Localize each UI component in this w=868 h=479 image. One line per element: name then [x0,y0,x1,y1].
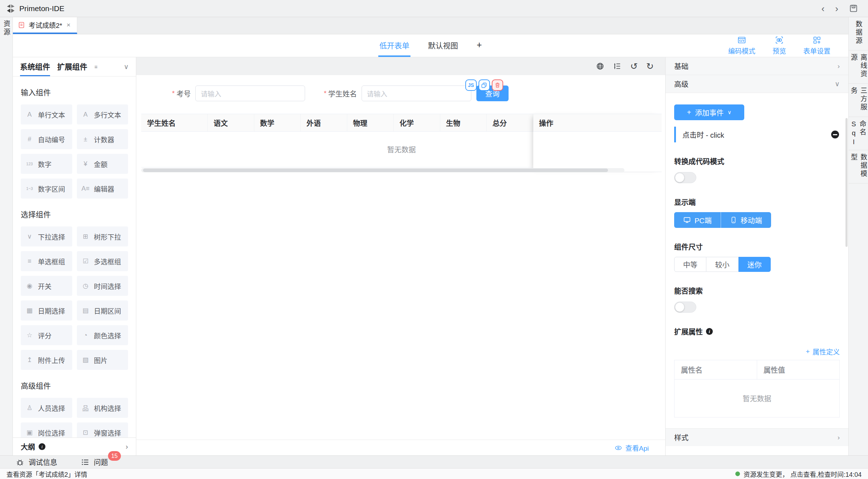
size-medium-button[interactable]: 中等 [674,257,706,272]
history-forward-icon[interactable]: › [835,4,838,13]
pc-side-button[interactable]: PC端 [674,212,721,228]
code-mode-toggle-label: 转换成代码模式 [674,156,840,166]
view-api-link[interactable]: 查看Api [626,443,649,453]
component-list-icon[interactable]: ≡ [94,64,98,70]
copy-button[interactable] [479,79,490,91]
tab-low-code-form[interactable]: 低开表单 [378,34,411,57]
component-number[interactable]: 123数字 [21,154,72,174]
component-date-range[interactable]: ▤日期区间 [77,300,128,321]
delete-button[interactable] [492,79,503,91]
sidebar-item-third-party-services[interactable]: 三方服务 [849,84,868,117]
api-row: 查看Api [136,440,665,455]
size-small-button[interactable]: 较小 [706,257,739,272]
money-icon: ¥ [81,160,90,168]
sidebar-item-data-model[interactable]: 数据模型 [849,150,868,184]
form-doc-icon [18,21,25,29]
remove-event-icon[interactable] [831,131,839,138]
radio-group-icon: ≡ [25,258,34,265]
add-event-button[interactable]: + 添加事件 ∨ [674,104,744,120]
right-rail: 数据源 离线资源 三方服务 命名Sql 数据模型 [848,17,868,455]
close-icon[interactable]: × [67,21,70,29]
component-rating[interactable]: ☆评分 [21,325,72,345]
debug-info-button[interactable]: 调试信息 [16,457,57,467]
mobile-side-button[interactable]: 移动端 [721,212,771,228]
code-mode-button[interactable]: 编码模式 [728,36,755,55]
query-button[interactable]: 查询 JS [476,85,509,101]
component-number-range[interactable]: 1~3数字区间 [21,179,72,199]
tab-extension-components[interactable]: 扩展组件 [57,57,87,76]
component-time-picker[interactable]: ◷时间选择 [77,276,128,296]
exam-number-input[interactable]: 请输入 [195,85,305,101]
event-item-click[interactable]: 点击时 - click [674,127,840,142]
component-switch[interactable]: ◉开关 [21,276,72,296]
component-person-select[interactable]: ♙人员选择 [21,398,72,418]
size-mini-button[interactable]: 迷你 [739,257,771,272]
sidebar-item-named-sql[interactable]: 命名Sql [849,117,868,150]
properties-panel: 基础 › 高级 ∨ + 添加事件 ∨ 点击时 [665,57,848,455]
post-select-icon: ▣ [25,429,34,436]
document-tab[interactable]: 考试成绩2* × [13,17,77,34]
problems-button[interactable]: 问题 15 [81,457,108,467]
selection-actions: JS [465,79,503,91]
component-org-select[interactable]: 品机构选择 [77,398,128,418]
form-settings-icon [813,36,821,44]
component-checkbox-group[interactable]: ☑多选框组 [77,251,128,271]
code-mode-toggle[interactable] [674,172,696,183]
rating-icon: ☆ [25,331,34,339]
component-single-line-text[interactable]: A单行文本 [21,104,72,124]
component-color-picker[interactable]: ◔颜色选择 [77,325,128,345]
sidebar-item-offline-resources[interactable]: 离线资源 [849,50,868,84]
component-dropdown-select[interactable]: ∨下拉选择 [21,226,72,246]
problems-count-badge: 15 [108,451,121,461]
left-rail: 资源 [0,17,13,455]
add-view-button[interactable]: + [476,34,483,57]
js-event-button[interactable]: JS [465,79,477,91]
preview-button[interactable]: 预览 [773,36,786,55]
redo-icon[interactable]: ↻ [646,62,654,71]
tab-default-view[interactable]: 默认视图 [427,34,459,57]
resource-change-status[interactable]: 资源发生变更， 点击查看,检查时间:14:04 [735,469,862,479]
info-icon: i [39,443,45,450]
component-auto-number[interactable]: #自动编号 [21,129,72,149]
sidebar-item-datasource[interactable]: 数据源 [849,17,868,50]
sidebar-item-resources[interactable]: 资源 [1,20,11,36]
chevron-down-icon: ∨ [835,80,840,88]
history-back-icon[interactable]: ‹ [822,4,825,13]
define-property-link[interactable]: + 属性定义 [674,347,840,356]
component-editor[interactable]: A≡编辑器 [77,179,128,199]
component-file-upload[interactable]: ↥附件上传 [21,350,72,370]
undo-icon[interactable]: ↺ [630,62,638,71]
display-side-label: 显示端 [674,197,840,207]
monitor-icon [683,216,691,224]
component-money[interactable]: ¥金额 [77,154,128,174]
chevron-right-icon: › [126,443,128,451]
status-bar: 查看资源「考试成绩2」详情 资源发生变更， 点击查看,检查时间:14:04 [0,468,868,479]
component-popup-select[interactable]: ⊡弹窗选择 [77,422,128,438]
collapse-panel-icon[interactable]: ∨ [124,63,129,71]
tab-system-components[interactable]: 系统组件 [20,57,50,76]
section-style[interactable]: 样式 › [666,428,848,446]
component-multi-line-text[interactable]: A多行文本 [77,104,128,124]
results-table: 学生姓名 语文 数学 外语 物理 化学 生物 总分 暂无数据 操作 [141,114,662,172]
component-counter[interactable]: ±计数器 [77,129,128,149]
col-math: 数学 [254,114,301,131]
searchable-toggle[interactable] [674,302,696,313]
section-basic[interactable]: 基础 › [666,57,848,75]
i18n-globe-icon[interactable] [596,62,604,70]
plus-icon: + [687,108,691,117]
component-post-select[interactable]: ▣岗位选择 [21,422,72,438]
component-image[interactable]: ▧图片 [77,350,128,370]
horizontal-scrollbar[interactable] [141,168,624,172]
student-name-input[interactable]: 请输入 [362,85,471,101]
save-icon[interactable] [849,4,858,13]
scrollbar-thumb[interactable] [143,168,608,172]
form-settings-button[interactable]: 表单设置 [803,36,830,55]
component-date-picker[interactable]: ▦日期选择 [21,300,72,321]
editor-icon: A≡ [81,185,90,192]
outline-tree-icon[interactable] [613,62,622,70]
component-tree-select[interactable]: ⊞树形下拉 [77,226,128,246]
col-biology: 生物 [440,114,487,131]
ext-props-table: 属性名 属性值 暂无数据 [674,360,840,417]
component-radio-group[interactable]: ≡单选框组 [21,251,72,271]
section-advanced[interactable]: 高级 ∨ [666,75,848,93]
